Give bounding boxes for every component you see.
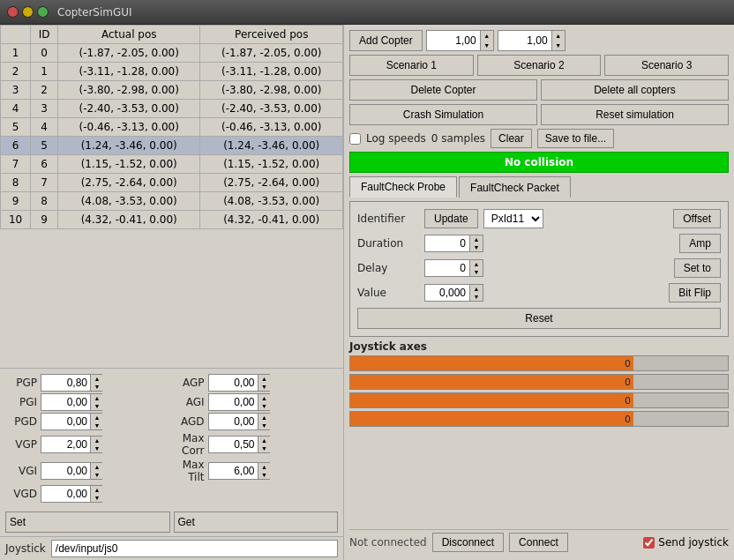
send-joystick-checkbox[interactable] bbox=[643, 537, 655, 549]
agp-spinner[interactable]: ▲ ▼ bbox=[258, 375, 271, 391]
fault-reset-button[interactable]: Reset bbox=[357, 308, 721, 329]
maxcorr-spinner[interactable]: ▲ ▼ bbox=[258, 437, 271, 452]
duration-input[interactable] bbox=[425, 235, 469, 251]
vgp-input[interactable] bbox=[41, 437, 90, 452]
num1-input[interactable] bbox=[427, 31, 480, 50]
vgp-down[interactable]: ▼ bbox=[91, 444, 103, 452]
scenario2-button[interactable]: Scenario 2 bbox=[477, 55, 602, 76]
pgd-spinner[interactable]: ▲ ▼ bbox=[90, 414, 103, 429]
table-row[interactable]: 5 4 (-0.46, -3.13, 0.00) (-0.46, -3.13, … bbox=[1, 118, 343, 137]
agp-up[interactable]: ▲ bbox=[258, 375, 271, 383]
pgp-down[interactable]: ▼ bbox=[91, 383, 103, 391]
duration-down[interactable]: ▼ bbox=[470, 243, 483, 251]
num1-up[interactable]: ▲ bbox=[481, 31, 493, 41]
vgi-down[interactable]: ▼ bbox=[91, 471, 103, 479]
duration-spinner[interactable]: ▲ ▼ bbox=[469, 235, 483, 251]
close-button[interactable] bbox=[7, 6, 19, 18]
pgd-input[interactable] bbox=[41, 414, 90, 429]
maximize-button[interactable] bbox=[37, 6, 49, 18]
agi-down[interactable]: ▼ bbox=[258, 402, 271, 410]
pgp-spinner[interactable]: ▲ ▼ bbox=[90, 375, 103, 391]
bit-flip-button[interactable]: Bit Flip bbox=[669, 283, 721, 302]
num2-up[interactable]: ▲ bbox=[552, 31, 565, 41]
agi-input[interactable] bbox=[209, 394, 258, 410]
pgp-input[interactable] bbox=[41, 375, 90, 391]
joystick-device-input[interactable] bbox=[51, 540, 338, 557]
vgd-spinner[interactable]: ▲ ▼ bbox=[90, 486, 103, 502]
delay-spinner[interactable]: ▲ ▼ bbox=[469, 260, 483, 276]
pgd-down[interactable]: ▼ bbox=[91, 422, 103, 429]
maxtilt-up[interactable]: ▲ bbox=[258, 463, 271, 471]
maxcorr-up[interactable]: ▲ bbox=[258, 437, 271, 444]
clear-button[interactable]: Clear bbox=[491, 129, 532, 148]
tab-faultcheck-packet[interactable]: FaultCheck Packet bbox=[459, 176, 571, 198]
set-button[interactable]: Set bbox=[5, 511, 170, 533]
delay-up[interactable]: ▲ bbox=[470, 260, 483, 268]
pgd-up[interactable]: ▲ bbox=[91, 414, 103, 422]
scenario3-button[interactable]: Scenario 3 bbox=[604, 55, 729, 76]
pgp-up[interactable]: ▲ bbox=[91, 375, 103, 383]
set-to-button[interactable]: Set to bbox=[674, 258, 721, 278]
maxcorr-input[interactable] bbox=[209, 437, 258, 452]
table-row[interactable]: 1 0 (-1.87, -2.05, 0.00) (-1.87, -2.05, … bbox=[1, 44, 343, 63]
connect-button[interactable]: Connect bbox=[509, 533, 568, 552]
duration-up[interactable]: ▲ bbox=[470, 235, 483, 243]
value-down[interactable]: ▼ bbox=[470, 293, 483, 301]
tab-faultcheck-probe[interactable]: FaultCheck Probe bbox=[349, 176, 457, 198]
crash-simulation-button[interactable]: Crash Simulation bbox=[349, 104, 537, 125]
agd-up[interactable]: ▲ bbox=[258, 414, 271, 422]
log-speeds-checkbox[interactable] bbox=[349, 133, 361, 145]
pgi-spinner[interactable]: ▲ ▼ bbox=[90, 394, 103, 410]
value-spinner[interactable]: ▲ ▼ bbox=[469, 285, 483, 301]
table-row[interactable]: 9 8 (4.08, -3.53, 0.00) (4.08, -3.53, 0.… bbox=[1, 192, 343, 211]
pgi-input[interactable] bbox=[41, 394, 90, 410]
vgd-input[interactable] bbox=[41, 486, 90, 502]
window-controls[interactable] bbox=[7, 6, 49, 18]
delay-down[interactable]: ▼ bbox=[470, 268, 483, 276]
reset-simulation-button[interactable]: Reset simulation bbox=[541, 104, 729, 125]
pgi-down[interactable]: ▼ bbox=[91, 402, 103, 410]
vgp-up[interactable]: ▲ bbox=[91, 437, 103, 444]
maxtilt-input[interactable] bbox=[209, 463, 258, 479]
agp-down[interactable]: ▼ bbox=[258, 383, 271, 391]
table-row[interactable]: 4 3 (-2.40, -3.53, 0.00) (-2.40, -3.53, … bbox=[1, 100, 343, 118]
disconnect-button[interactable]: Disconnect bbox=[432, 533, 504, 552]
maxcorr-down[interactable]: ▼ bbox=[258, 444, 271, 452]
table-row[interactable]: 10 9 (4.32, -0.41, 0.00) (4.32, -0.41, 0… bbox=[1, 211, 343, 229]
vgp-spinner[interactable]: ▲ ▼ bbox=[90, 437, 103, 452]
minimize-button[interactable] bbox=[22, 6, 34, 18]
agd-input[interactable] bbox=[209, 414, 258, 429]
delete-copter-button[interactable]: Delete Copter bbox=[349, 79, 537, 101]
value-input[interactable] bbox=[425, 285, 469, 301]
delete-all-copters-button[interactable]: Delete all copters bbox=[541, 79, 729, 101]
num2-down[interactable]: ▼ bbox=[552, 41, 565, 50]
vgd-up[interactable]: ▲ bbox=[91, 486, 103, 494]
update-button[interactable]: Update bbox=[424, 209, 478, 228]
num1-down[interactable]: ▼ bbox=[481, 41, 493, 50]
num1-spinner[interactable]: ▲ ▼ bbox=[480, 31, 493, 50]
num2-spinner[interactable]: ▲ ▼ bbox=[551, 31, 565, 50]
agi-up[interactable]: ▲ bbox=[258, 394, 271, 402]
maxtilt-down[interactable]: ▼ bbox=[258, 471, 271, 479]
delay-input[interactable] bbox=[425, 260, 469, 276]
save-button[interactable]: Save to file... bbox=[537, 129, 614, 148]
offset-button[interactable]: Offset bbox=[673, 209, 721, 228]
table-row[interactable]: 3 2 (-3.80, -2.98, 0.00) (-3.80, -2.98, … bbox=[1, 81, 343, 100]
table-row[interactable]: 7 6 (1.15, -1.52, 0.00) (1.15, -1.52, 0.… bbox=[1, 155, 343, 174]
vgi-spinner[interactable]: ▲ ▼ bbox=[90, 463, 103, 479]
agi-spinner[interactable]: ▲ ▼ bbox=[258, 394, 271, 410]
vgi-input[interactable] bbox=[41, 463, 90, 479]
add-copter-button[interactable]: Add Copter bbox=[349, 30, 423, 51]
agp-input[interactable] bbox=[209, 375, 258, 391]
vgi-up[interactable]: ▲ bbox=[91, 463, 103, 471]
maxtilt-spinner[interactable]: ▲ ▼ bbox=[258, 463, 271, 479]
scenario1-button[interactable]: Scenario 1 bbox=[349, 55, 474, 76]
agd-down[interactable]: ▼ bbox=[258, 422, 271, 429]
agd-spinner[interactable]: ▲ ▼ bbox=[258, 414, 271, 429]
num2-input[interactable] bbox=[498, 31, 551, 50]
table-row[interactable]: 8 7 (2.75, -2.64, 0.00) (2.75, -2.64, 0.… bbox=[1, 174, 343, 192]
table-row[interactable]: 6 5 (1.24, -3.46, 0.00) (1.24, -3.46, 0.… bbox=[1, 137, 343, 155]
amp-button[interactable]: Amp bbox=[679, 234, 721, 253]
pxid-select[interactable]: PxId11 bbox=[483, 209, 543, 228]
get-button[interactable]: Get bbox=[174, 511, 339, 533]
